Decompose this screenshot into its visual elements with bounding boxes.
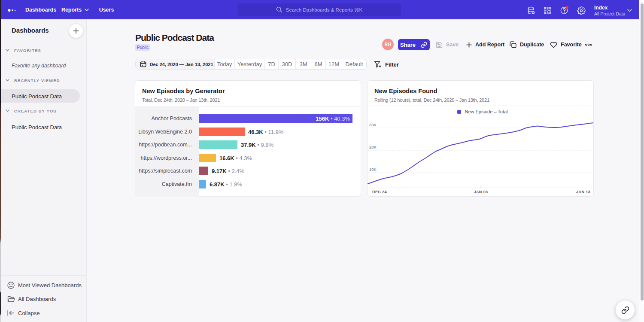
svg-text:DEC 24: DEC 24 <box>372 190 387 194</box>
svg-text:30K: 30K <box>369 122 377 127</box>
svg-text:JAN 13: JAN 13 <box>576 190 590 194</box>
svg-text:20K: 20K <box>369 145 377 149</box>
svg-text:JAN 03: JAN 03 <box>474 190 488 194</box>
svg-text:10K: 10K <box>369 167 377 172</box>
